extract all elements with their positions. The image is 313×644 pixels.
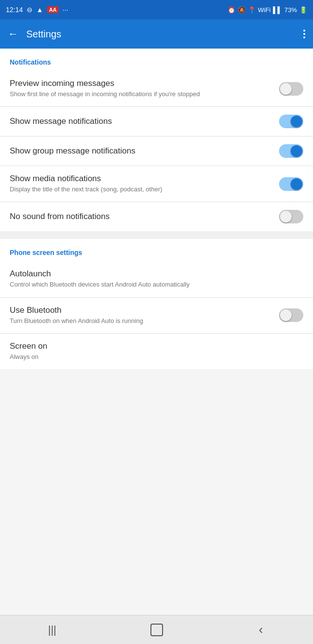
back-nav-icon: ‹ [259, 622, 263, 637]
app-bar: ← Settings [0, 19, 313, 49]
status-bar: 12:14 ⊖ ▲ AA ··· ⏰ 🔕 📍 WiFi ▌▌ 73% 🔋 [0, 0, 313, 19]
use-bluetooth-title: Use Bluetooth [10, 305, 271, 315]
dot3 [303, 36, 305, 38]
status-left: 12:14 ⊖ ▲ AA ··· [6, 6, 68, 14]
home-button[interactable] [104, 615, 209, 644]
use-bluetooth-text: Use Bluetooth Turn Bluetooth on when And… [10, 305, 279, 325]
notifications-header: Notifications [0, 49, 313, 71]
home-icon [150, 624, 163, 636]
back-nav-button[interactable]: ‹ [209, 615, 313, 644]
show-message-knob [291, 116, 302, 127]
no-sound-title: No sound from notifications [10, 212, 271, 221]
phone-screen-header: Phone screen settings [0, 239, 313, 261]
status-time: 12:14 [6, 6, 23, 14]
show-media-subtitle: Display the title of the next track (son… [10, 185, 271, 194]
use-bluetooth-item[interactable]: Use Bluetooth Turn Bluetooth on when And… [0, 298, 313, 334]
show-message-toggle[interactable] [279, 115, 303, 128]
show-group-knob [291, 145, 302, 157]
preview-incoming-toggle[interactable] [279, 82, 303, 96]
battery-percent: 73% [284, 6, 297, 14]
show-media-text: Show media notifications Display the tit… [10, 174, 279, 194]
location-icon: 📍 [248, 6, 256, 14]
autolaunch-item[interactable]: Autolaunch Control which Bluetooth devic… [0, 261, 313, 297]
preview-incoming-title: Preview incoming messages [10, 79, 271, 88]
back-button[interactable]: ← [8, 28, 18, 40]
show-media-knob [291, 178, 302, 190]
phone-screen-section: Phone screen settings Autolaunch Control… [0, 239, 313, 369]
screen-on-title: Screen on [10, 341, 296, 351]
recent-icon: ||| [48, 624, 56, 636]
show-group-item[interactable]: Show group message notifications [0, 136, 313, 166]
show-media-title: Show media notifications [10, 174, 271, 184]
no-sound-item[interactable]: No sound from notifications [0, 202, 313, 231]
screen-on-text: Screen on Always on [10, 341, 303, 361]
use-bluetooth-toggle[interactable] [279, 308, 303, 322]
spacer [0, 231, 313, 239]
mute-icon: 🔕 [238, 6, 246, 14]
alarm-icon: ⏰ [228, 6, 235, 14]
no-sound-text: No sound from notifications [10, 212, 279, 221]
show-group-title: Show group message notifications [10, 146, 271, 156]
show-message-title: Show message notifications [10, 117, 271, 126]
no-sound-knob [280, 211, 292, 222]
autolaunch-subtitle: Control which Bluetooth devices start An… [10, 280, 296, 289]
settings-content: Notifications Preview incoming messages … [0, 49, 313, 615]
dot1 [303, 30, 305, 32]
more-button[interactable] [303, 30, 305, 38]
autolaunch-title: Autolaunch [10, 269, 296, 279]
preview-incoming-item[interactable]: Preview incoming messages Show first lin… [0, 71, 313, 107]
preview-incoming-knob [280, 83, 292, 95]
preview-incoming-text: Preview incoming messages Show first lin… [10, 79, 279, 99]
show-media-item[interactable]: Show media notifications Display the tit… [0, 166, 313, 202]
signal-icon: ▌▌ [273, 6, 282, 14]
battery-icon: 🔋 [299, 6, 307, 14]
page-title: Settings [26, 29, 296, 40]
use-bluetooth-subtitle: Turn Bluetooth on when Android Auto is r… [10, 317, 271, 325]
no-sound-toggle[interactable] [279, 210, 303, 223]
app-icon: AA [47, 6, 59, 13]
wifi-icon: WiFi [258, 6, 271, 14]
use-bluetooth-knob [280, 309, 292, 321]
do-not-disturb-icon: ⊖ [27, 6, 33, 14]
show-message-item[interactable]: Show message notifications [0, 107, 313, 136]
show-group-toggle[interactable] [279, 144, 303, 158]
show-group-text: Show group message notifications [10, 146, 279, 156]
more-icon: ··· [63, 6, 68, 14]
preview-incoming-subtitle: Show first line of message in incoming n… [10, 90, 271, 99]
dot2 [303, 33, 305, 35]
autolaunch-text: Autolaunch Control which Bluetooth devic… [10, 269, 303, 289]
status-right: ⏰ 🔕 📍 WiFi ▌▌ 73% 🔋 [228, 6, 307, 14]
recent-apps-button[interactable]: ||| [0, 615, 104, 644]
show-media-toggle[interactable] [279, 177, 303, 191]
screen-on-item[interactable]: Screen on Always on [0, 334, 313, 369]
screen-on-subtitle: Always on [10, 353, 296, 361]
show-message-text: Show message notifications [10, 117, 279, 126]
notifications-section: Notifications Preview incoming messages … [0, 49, 313, 231]
bottom-nav: ||| ‹ [0, 615, 313, 644]
alert-icon: ▲ [36, 6, 43, 14]
